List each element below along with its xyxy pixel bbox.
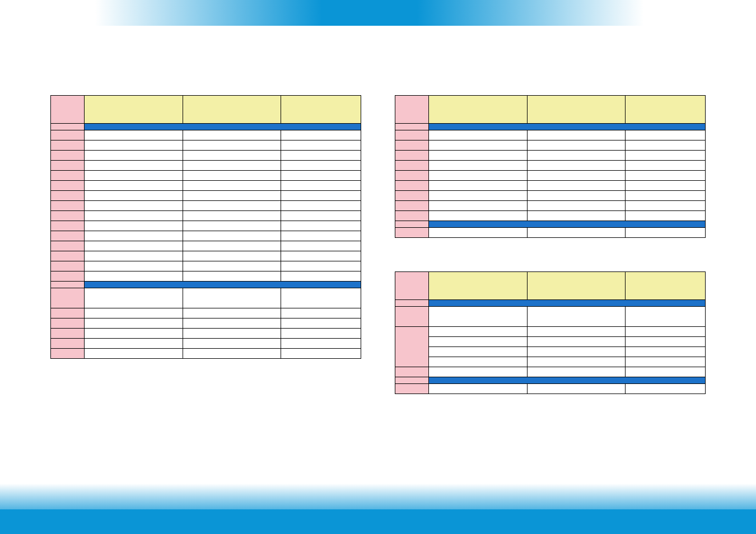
table-3-header-cell <box>527 272 626 300</box>
table-row <box>51 318 361 329</box>
table-row <box>51 191 361 201</box>
table-1-section-row <box>51 282 361 288</box>
table-1-header <box>51 96 361 124</box>
table-1 <box>50 95 361 359</box>
table-row <box>395 367 706 377</box>
table-1-header-cell <box>183 96 281 124</box>
table-row <box>51 161 361 171</box>
header-tab <box>322 0 417 26</box>
table-1-header-cell <box>281 96 361 124</box>
table-row <box>51 221 361 231</box>
table-row <box>51 201 361 211</box>
table-row <box>395 161 706 171</box>
table-2-section-row <box>395 124 706 130</box>
table-row <box>51 241 361 251</box>
table-2-header-cell <box>626 96 706 124</box>
table-row <box>51 171 361 181</box>
table-row <box>51 339 361 349</box>
table-1-section-cell <box>51 124 85 130</box>
table-row <box>395 151 706 161</box>
table-row <box>51 329 361 339</box>
table-1-header-cell <box>85 96 183 124</box>
table-row <box>395 357 706 367</box>
table-row <box>51 271 361 282</box>
table-row <box>395 130 706 140</box>
table-row <box>395 307 706 327</box>
table-row <box>51 231 361 241</box>
table-row <box>51 151 361 161</box>
table-row <box>395 191 706 201</box>
table-2 <box>395 95 706 238</box>
table-row <box>395 384 706 394</box>
table-3-blue-row <box>395 377 706 384</box>
table-row <box>51 288 361 308</box>
table-row <box>395 337 706 347</box>
table-1-section-label <box>85 282 361 288</box>
table-row <box>395 140 706 151</box>
table-row <box>51 211 361 221</box>
table-row <box>395 327 706 337</box>
table-2-blue-row <box>395 221 706 228</box>
table-row <box>395 347 706 357</box>
header-gradient-right <box>417 0 644 26</box>
table-row <box>51 181 361 191</box>
table-row <box>395 211 706 221</box>
table-1-section-label <box>85 124 361 130</box>
table-3-header-cell <box>626 272 706 300</box>
table-3-header <box>395 272 706 300</box>
table-3-header-cell <box>395 272 429 300</box>
footer-bar <box>0 484 756 534</box>
table-row <box>395 228 706 238</box>
table-1-section-row <box>51 124 361 130</box>
table-row <box>51 251 361 261</box>
table-row <box>395 181 706 191</box>
table-2-section-label <box>429 124 706 130</box>
right-column <box>395 95 706 467</box>
table-row <box>395 171 706 181</box>
footer-solid <box>0 509 756 534</box>
table-2-header-cell <box>395 96 429 124</box>
table-3-section-row <box>395 300 706 307</box>
header-bar <box>0 0 756 26</box>
header-gradient-left <box>95 0 322 26</box>
table-2-header-cell <box>429 96 528 124</box>
table-row <box>51 261 361 271</box>
left-column <box>50 95 361 467</box>
table-3-header-cell <box>429 272 528 300</box>
table-1-section-cell <box>51 282 85 288</box>
table-row <box>51 349 361 359</box>
table-row <box>51 140 361 151</box>
page-content <box>50 95 706 467</box>
table-2-header <box>395 96 706 124</box>
table-3-section-label <box>429 300 706 307</box>
table-row <box>395 201 706 211</box>
table-2-header-cell <box>527 96 626 124</box>
table-row <box>51 308 361 318</box>
table-1-header-cell <box>51 96 85 124</box>
table-3 <box>395 271 706 394</box>
table-row <box>51 130 361 140</box>
footer-gradient <box>0 484 756 509</box>
